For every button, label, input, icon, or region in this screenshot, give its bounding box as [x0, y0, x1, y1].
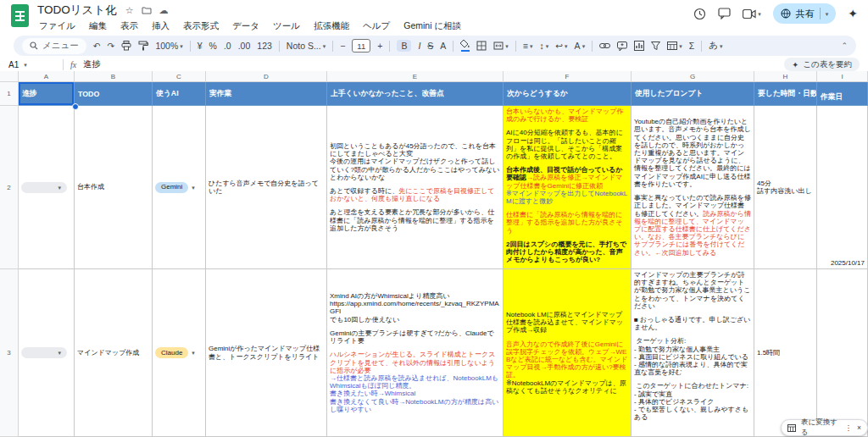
more-formats-button[interactable]: 123: [257, 41, 272, 51]
text-wrap-button[interactable]: ↩ ▾: [555, 41, 567, 51]
version-history-icon[interactable]: [693, 8, 706, 20]
col-letter-B[interactable]: B: [75, 71, 153, 82]
ai-chip-caret-icon[interactable]: ▾: [192, 185, 195, 191]
cell-F1[interactable]: 次からどうするか: [504, 82, 632, 106]
cell-D2[interactable]: ひたすら音声メモで自分史を語っていた: [206, 106, 327, 269]
cell-B3[interactable]: マインドマップ作成: [75, 269, 153, 437]
menus-search[interactable]: メニュー: [22, 38, 86, 54]
cell-A2[interactable]: ▾: [19, 106, 75, 269]
cell-G3[interactable]: マインドマップの主要ブランチが詩的すぎますね。ちゃんとターゲットが勤勉で努力家な…: [632, 269, 754, 437]
formula-input[interactable]: 進捗: [83, 58, 100, 70]
insert-link-button[interactable]: [599, 42, 610, 49]
col-letter-F[interactable]: F: [504, 71, 632, 82]
cell-I2[interactable]: 2025/10/17: [817, 106, 868, 269]
insert-chart-button[interactable]: [634, 41, 644, 51]
col-letter-A[interactable]: A: [19, 71, 75, 82]
menu-help[interactable]: ヘルプ: [363, 20, 390, 32]
document-title[interactable]: TODOリスト化: [37, 3, 117, 18]
status-dropdown-chip[interactable]: ▾: [21, 182, 67, 193]
bold-button[interactable]: B: [397, 40, 411, 52]
cell-D3[interactable]: Geminiが作ったマインドマップ仕様書と、トークスクリプトをリライト: [206, 269, 327, 437]
menu-gemini[interactable]: Gemini に相談: [403, 20, 461, 32]
cell-I3[interactable]: [817, 269, 868, 437]
toast-close-icon[interactable]: ×: [857, 423, 861, 432]
format-currency-button[interactable]: ¥: [198, 41, 203, 51]
cell-C2[interactable]: Gemini ▾: [153, 106, 206, 269]
cell-E1[interactable]: 上手くいかなかったこと、改善点: [327, 82, 504, 106]
cell-H2[interactable]: 45分話す内容洗い出し: [754, 106, 817, 269]
cloud-status-icon[interactable]: ☁: [159, 5, 169, 16]
cell-H1[interactable]: 要した時間・日数: [754, 82, 817, 106]
strikethrough-button[interactable]: S: [427, 41, 433, 51]
sheets-logo-icon[interactable]: [11, 4, 29, 27]
cell-E3[interactable]: Xmind AIの方がWhimsicalより精度高いhttps://app.xm…: [327, 269, 504, 437]
cell-B2[interactable]: 台本作成: [75, 106, 153, 269]
cell-D1[interactable]: 実作業: [206, 82, 327, 106]
cell-C3[interactable]: Claude ▾: [153, 269, 206, 437]
col-letter-C[interactable]: C: [153, 71, 206, 82]
redo-button[interactable]: ↷: [108, 41, 115, 51]
cell-B1[interactable]: TODO: [75, 82, 153, 106]
cell-G1[interactable]: 使用したプロンプト: [632, 82, 754, 106]
format-percent-button[interactable]: %: [209, 41, 217, 51]
row-number-2[interactable]: 2: [0, 106, 19, 269]
convert-to-table-button[interactable]: 表に変換する: [801, 418, 840, 437]
cell-H3[interactable]: 1.5時間: [754, 269, 817, 437]
ai-chip-caret-icon[interactable]: ▾: [192, 350, 195, 356]
menu-tools[interactable]: ツール: [273, 20, 300, 32]
fill-color-button[interactable]: [460, 40, 470, 52]
star-icon[interactable]: ☆: [125, 5, 134, 16]
col-letter-G[interactable]: G: [632, 71, 754, 82]
decrease-font-size-button[interactable]: −: [340, 41, 345, 51]
input-tools-button[interactable]: あ ▾: [709, 40, 722, 52]
paint-format-button[interactable]: [138, 41, 148, 51]
col-letter-E[interactable]: E: [327, 71, 504, 82]
text-color-button[interactable]: A: [440, 41, 446, 51]
move-folder-icon[interactable]: [142, 6, 152, 14]
print-button[interactable]: [121, 41, 131, 51]
col-letter-H[interactable]: H: [754, 71, 817, 82]
cell-I1[interactable]: 作業日: [817, 82, 868, 106]
share-caret-icon[interactable]: ▾: [826, 11, 829, 17]
table-button[interactable]: ▾: [667, 41, 682, 50]
status-dropdown-chip[interactable]: ▾: [21, 347, 67, 358]
menu-format[interactable]: 表示形式: [183, 20, 219, 32]
cell-F3[interactable]: Notebook LMに原稿とマインドマップ仕様書を読み込ませて、マインドマップ…: [504, 269, 632, 437]
functions-button[interactable]: Σ: [689, 41, 695, 51]
decrease-decimal-button[interactable]: .0: [224, 41, 231, 51]
menu-extensions[interactable]: 拡張機能: [314, 20, 349, 32]
merge-cells-button[interactable]: ▾: [493, 41, 509, 50]
increase-font-size-button[interactable]: +: [377, 41, 382, 51]
row-number-1[interactable]: 1: [0, 82, 19, 106]
font-size-input[interactable]: 11: [352, 39, 370, 53]
menu-insert[interactable]: 挿入: [152, 20, 170, 32]
cell-F2[interactable]: 台本いらないかも、マインドマップ作成のみで行けるか、要検証AIに40分短縮を依頼…: [504, 106, 632, 269]
cell-A3[interactable]: ▾: [19, 269, 75, 437]
meet-caret-icon[interactable]: ▾: [758, 11, 761, 17]
cell-C1[interactable]: 使うAI: [153, 82, 206, 106]
selection-fill-handle[interactable]: [72, 103, 79, 110]
grid-corner[interactable]: [0, 71, 19, 82]
hide-toolbar-button[interactable]: ⌃: [841, 41, 848, 50]
filter-button[interactable]: [651, 41, 660, 50]
horizontal-align-button[interactable]: ≡ ▾: [523, 41, 533, 51]
cell-E2[interactable]: 初回ということもあるが45分語ったので、これを台本にしてまたしゃべると大変今後の…: [327, 106, 504, 269]
menu-file[interactable]: ファイル: [39, 20, 75, 32]
borders-button[interactable]: [476, 41, 487, 51]
menu-view[interactable]: 表示: [120, 20, 138, 32]
name-box[interactable]: A1 ▾: [8, 60, 56, 69]
toast-more-icon[interactable]: ⋮: [845, 423, 853, 432]
italic-button[interactable]: I: [418, 41, 420, 51]
col-letter-I[interactable]: I: [817, 71, 868, 82]
row-number-3[interactable]: 3: [0, 269, 19, 437]
ai-chip-gemini[interactable]: Gemini: [155, 182, 188, 193]
increase-decimal-button[interactable]: .00: [238, 41, 251, 51]
summarize-table-button[interactable]: ✦ この表を要約: [784, 58, 860, 71]
vertical-align-button[interactable]: ↕ ▾: [540, 41, 549, 51]
cell-A1[interactable]: 進捗: [19, 82, 75, 106]
font-select[interactable]: Noto S... ▾: [287, 41, 326, 51]
col-letter-D[interactable]: D: [206, 71, 327, 82]
menu-edit[interactable]: 編集: [89, 20, 107, 32]
share-button[interactable]: 共有 ▾: [773, 3, 837, 24]
undo-button[interactable]: ↶: [93, 41, 101, 51]
